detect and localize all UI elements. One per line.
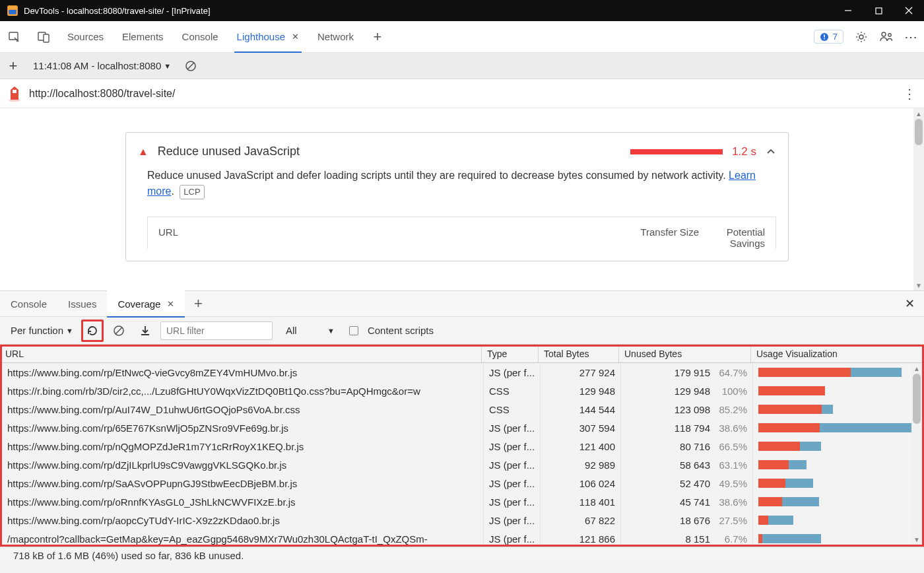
more-tabs-icon[interactable]: + <box>363 21 392 53</box>
table-row[interactable]: https://www.bing.com/rp/SaASvOPPupnGJ9St… <box>2 474 922 492</box>
clear-icon[interactable] <box>178 53 204 79</box>
tab-network[interactable]: Network <box>308 21 363 53</box>
audit-bar <box>630 149 723 154</box>
inspect-element-icon[interactable] <box>0 21 29 53</box>
export-icon[interactable] <box>134 320 156 342</box>
svg-line-21 <box>116 327 122 334</box>
table-row[interactable]: https://r.bing.com/rb/3D/cir2,cc,.../Lzu… <box>2 382 922 400</box>
drawer-tabbar: Console Issues Coverage✕ + ✕ <box>0 290 924 317</box>
tab-lighthouse[interactable]: Lighthouse✕ <box>228 21 308 53</box>
audit-header[interactable]: ▲ Reduce unused JavaScript 1.2 s <box>126 133 788 168</box>
report-selector-toolbar: + 11:41:08 AM - localhost:8080▼ <box>0 53 924 79</box>
scroll-thumb[interactable] <box>915 119 923 145</box>
svg-point-13 <box>882 32 886 36</box>
drawer-tab-issues[interactable]: Issues <box>57 290 107 317</box>
svg-rect-10 <box>824 34 825 37</box>
svg-point-19 <box>9 99 20 102</box>
coverage-mode-select[interactable]: Per function▼ <box>7 325 77 336</box>
tab-elements[interactable]: Elements <box>113 21 173 53</box>
audit-table-header: URL Transfer Size Potential Savings <box>147 217 776 249</box>
col-viz[interactable]: Usage Visualization <box>751 345 924 362</box>
url-filter-input[interactable] <box>160 321 273 340</box>
report-scrollbar[interactable]: ▲ ▼ <box>913 108 924 290</box>
svg-rect-3 <box>876 8 882 14</box>
drawer-close-icon[interactable]: ✕ <box>895 296 924 311</box>
issues-counter[interactable]: 7 <box>814 30 843 44</box>
audit-card: ▲ Reduce unused JavaScript 1.2 s Reduce … <box>125 132 789 261</box>
window-maximize-button[interactable] <box>863 0 894 21</box>
drawer-tab-console[interactable]: Console <box>0 290 57 317</box>
svg-rect-8 <box>44 34 49 42</box>
coverage-toolbar: Per function▼ All▼ Content scripts <box>0 317 924 345</box>
close-icon[interactable]: ✕ <box>167 299 174 309</box>
table-row[interactable]: https://www.bing.com/rp/65E767KsnWljO5pZ… <box>2 419 922 437</box>
svg-line-16 <box>187 63 194 69</box>
content-scripts-checkbox[interactable] <box>349 326 358 335</box>
scroll-thumb[interactable] <box>913 374 921 424</box>
warning-triangle-icon: ▲ <box>138 146 148 158</box>
window-close-button[interactable] <box>894 0 924 21</box>
col-total[interactable]: Total Bytes <box>539 345 619 362</box>
coverage-table-header: URL Type Total Bytes Unused Bytes Usage … <box>0 345 924 363</box>
drawer-tab-coverage[interactable]: Coverage✕ <box>107 290 185 317</box>
type-filter-select[interactable]: All▼ <box>282 325 339 336</box>
audit-description: Reduce unused JavaScript and defer loadi… <box>147 168 776 199</box>
svg-rect-1 <box>9 10 16 15</box>
svg-rect-18 <box>13 90 16 93</box>
table-row[interactable]: https://www.bing.com/rp/dZjILkprlU9sC9Va… <box>2 455 922 474</box>
table-row[interactable]: https://www.bing.com/rp/nQgMOPZdJeR1m7Y1… <box>2 437 922 455</box>
chevron-up-icon[interactable] <box>766 147 776 157</box>
svg-point-14 <box>888 33 891 36</box>
new-report-icon[interactable]: + <box>0 53 26 79</box>
window-title: DevTools - localhost:8080/travel-site/ -… <box>24 6 833 16</box>
lighthouse-report-pane: ▲Properly size images ▲ Reduce unused Ja… <box>0 108 924 290</box>
scroll-down-icon[interactable]: ▼ <box>911 534 922 545</box>
coverage-table-body: https://www.bing.com/rp/EtNwcQ-vieGvcy8m… <box>0 363 924 547</box>
table-row[interactable]: https://www.bing.com/rp/oRnnfKYAsGL0_JSh… <box>2 492 922 511</box>
window-minimize-button[interactable] <box>833 0 863 21</box>
close-icon[interactable]: ✕ <box>292 32 299 42</box>
devtools-icon <box>5 3 20 18</box>
lighthouse-logo-icon <box>0 85 29 102</box>
report-selector[interactable]: 11:41:08 AM - localhost:8080▼ <box>26 57 178 74</box>
coverage-scrollbar[interactable]: ▲ ▼ <box>911 363 922 545</box>
scroll-up-icon[interactable]: ▲ <box>911 363 922 374</box>
audit-title: Reduce unused JavaScript <box>158 145 630 158</box>
window-titlebar: DevTools - localhost:8080/travel-site/ -… <box>0 0 924 21</box>
device-toolbar-icon[interactable] <box>29 21 58 53</box>
svg-point-12 <box>859 35 863 39</box>
col-type[interactable]: Type <box>482 345 539 362</box>
drawer-more-tabs-icon[interactable]: + <box>185 295 211 312</box>
col-url[interactable]: URL <box>0 345 482 362</box>
clear-coverage-icon[interactable] <box>108 320 130 342</box>
table-row[interactable]: /mapcontrol?callback=GetMap&key=Ap_eazGg… <box>2 529 922 547</box>
account-icon[interactable] <box>874 21 899 53</box>
scroll-up-icon[interactable]: ▲ <box>913 108 924 119</box>
lighthouse-url-row: http://localhost:8080/travel-site/ ⋮ <box>0 79 924 108</box>
reload-button[interactable] <box>81 320 104 342</box>
table-row[interactable]: https://www.bing.com/rp/aopcCyTUdY-IrIC-… <box>2 511 922 529</box>
main-tabbar: Sources Elements Console Lighthouse✕ Net… <box>0 21 924 53</box>
audit-time: 1.2 s <box>732 145 756 158</box>
svg-rect-11 <box>824 38 825 39</box>
table-row[interactable]: https://www.bing.com/rp/EtNwcQ-vieGvcy8m… <box>2 363 922 382</box>
tab-console[interactable]: Console <box>173 21 228 53</box>
lcp-badge: LCP <box>180 185 204 199</box>
content-scripts-label: Content scripts <box>368 325 434 336</box>
more-options-icon[interactable]: ⋯ <box>899 21 924 53</box>
settings-icon[interactable] <box>849 21 874 53</box>
col-unused[interactable]: Unused Bytes <box>619 345 751 362</box>
coverage-status-bar: 718 kB of 1.6 MB (46%) used so far, 836 … <box>0 547 924 564</box>
report-menu-icon[interactable]: ⋮ <box>895 86 924 102</box>
scroll-down-icon[interactable]: ▼ <box>913 280 924 290</box>
tab-sources[interactable]: Sources <box>58 21 113 53</box>
table-row[interactable]: https://www.bing.com/rp/AuI74W_D1uhwU6rt… <box>2 400 922 419</box>
svg-rect-6 <box>9 32 18 40</box>
report-url: http://localhost:8080/travel-site/ <box>29 88 895 100</box>
